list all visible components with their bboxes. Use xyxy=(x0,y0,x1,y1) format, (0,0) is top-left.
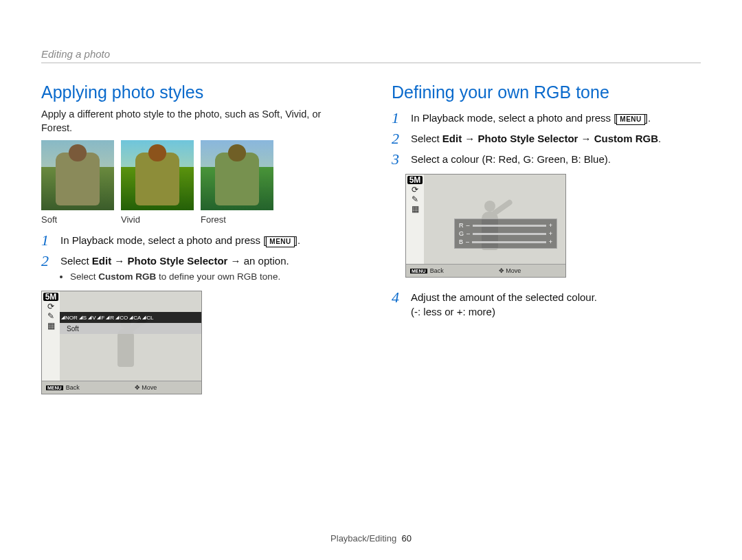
resolution-badge: 5M xyxy=(407,176,423,184)
minus-label: – xyxy=(466,238,469,245)
lcd-footer: MENUBack ✥ Move xyxy=(406,264,565,277)
intro-text: Apply a different photo style to the pho… xyxy=(41,108,350,135)
menu-button-label: MENU xyxy=(616,114,644,125)
style-chip: F xyxy=(97,315,104,321)
step-number: 2 xyxy=(41,254,52,269)
minus-label: – xyxy=(466,222,470,229)
t: Custom RGB xyxy=(594,133,658,144)
sub-bullet: Select Custom RGB to define your own RGB… xyxy=(60,271,289,284)
b-label: B xyxy=(459,238,463,245)
resolution-badge: 5M xyxy=(43,293,59,301)
style-chip: V xyxy=(88,315,95,321)
t: Adjust the amount of the selected colour… xyxy=(411,291,597,303)
plus-label: + xyxy=(549,238,552,245)
t: → an option. xyxy=(227,255,289,267)
lcd-side-icons: 5M ⟳ ✎ ▦ xyxy=(406,175,424,264)
r-label: R xyxy=(459,222,464,229)
plus-label: + xyxy=(549,222,552,229)
thumb-soft: Soft xyxy=(41,140,114,225)
style-chip: CA xyxy=(129,315,141,321)
style-chip: CL xyxy=(142,315,153,321)
minus-label: – xyxy=(466,230,470,237)
t: Edit xyxy=(92,255,111,267)
t: Select xyxy=(60,255,92,267)
style-chip: R xyxy=(106,315,114,321)
style-thumbnails: Soft Vivid Forest xyxy=(41,140,350,225)
t: ]. xyxy=(645,112,651,124)
t: Custom RGB xyxy=(98,271,156,282)
page-footer: Playback/Editing 60 xyxy=(0,533,742,544)
rgb-sliders: R–+ G–+ B–+ xyxy=(454,219,557,249)
page-number: 60 xyxy=(401,533,411,544)
step-number: 4 xyxy=(392,290,403,305)
right-steps-cont: 4 Adjust the amount of the selected colo… xyxy=(392,290,701,319)
t: to define your own RGB tone. xyxy=(156,271,280,282)
heading-rgb-tone: Defining your own RGB tone xyxy=(392,82,701,102)
thumb-label: Forest xyxy=(201,214,273,225)
menu-icon: MENU xyxy=(46,385,63,390)
right-column: Defining your own RGB tone 1 In Playback… xyxy=(392,76,701,394)
brush-icon: ✎ xyxy=(412,195,418,203)
style-chip: S xyxy=(79,315,87,321)
breadcrumb: Editing a photo xyxy=(41,0,701,63)
footer-section: Playback/Editing xyxy=(330,533,396,544)
menu-icon: MENU xyxy=(410,269,427,273)
lcd-preview-styles: 5M ⟳ ✎ ▦ NOR S V F xyxy=(41,291,202,394)
right-steps: 1 In Playback mode, select a photo and p… xyxy=(392,111,701,167)
grid-icon: ▦ xyxy=(412,205,419,213)
g-label: G xyxy=(459,230,464,237)
style-strip: NOR S V F R CO CA CL xyxy=(60,312,201,323)
grid-icon: ▦ xyxy=(47,322,55,330)
lcd-preview-rgb: 5M ⟳ ✎ ▦ R–+ G–+ B–+ xyxy=(405,174,566,278)
arrow-icon: → xyxy=(578,133,594,144)
left-steps: 1 In Playback mode, select a photo and p… xyxy=(41,233,350,284)
brush-icon: ✎ xyxy=(47,312,54,320)
t: Edit xyxy=(442,133,462,144)
thumb-vivid: Vivid xyxy=(121,140,194,225)
thumb-label: Soft xyxy=(41,214,114,225)
t: In Playback mode, select a photo and pre… xyxy=(60,234,266,246)
arrow-icon: → xyxy=(462,133,477,144)
dpad-icon: ✥ xyxy=(499,267,506,274)
slider-bar xyxy=(472,241,546,243)
slider-bar xyxy=(473,225,546,227)
move-label: Move xyxy=(506,267,521,274)
step-text: Select Edit → Photo Style Selector → an … xyxy=(60,254,289,284)
menu-button-label: MENU xyxy=(266,236,294,247)
left-column: Applying photo styles Apply a different … xyxy=(41,76,350,394)
heading-applying-styles: Applying photo styles xyxy=(41,82,350,102)
step-text: Select a colour (R: Red, G: Green, B: Bl… xyxy=(411,152,611,166)
move-label: Move xyxy=(142,384,157,391)
step-number: 2 xyxy=(392,131,403,146)
step-number: 3 xyxy=(392,152,403,167)
lcd-footer: MENUBack ✥ Move xyxy=(42,381,201,394)
slider-bar xyxy=(473,233,546,235)
back-label: Back xyxy=(66,384,80,391)
step-text: In Playback mode, select a photo and pre… xyxy=(411,111,651,125)
step-text: Select Edit → Photo Style Selector → Cus… xyxy=(411,131,661,146)
step-number: 1 xyxy=(392,111,403,126)
t: Photo Style Selector xyxy=(478,133,578,144)
step-text: Adjust the amount of the selected colour… xyxy=(411,290,597,319)
style-chip: NOR xyxy=(61,315,78,321)
back-label: Back xyxy=(430,267,444,274)
thumb-forest: Forest xyxy=(201,140,273,225)
selected-style-row: Soft xyxy=(60,323,201,334)
t: In Playback mode, select a photo and pre… xyxy=(411,112,616,124)
t: (-: less or +: more) xyxy=(411,306,495,317)
style-chip: CO xyxy=(115,315,128,321)
rotate-icon: ⟳ xyxy=(412,186,418,194)
t: ]. xyxy=(295,234,300,246)
thumb-label: Vivid xyxy=(121,214,194,225)
t: Select xyxy=(411,133,442,144)
t: Select xyxy=(70,271,98,282)
dpad-icon: ✥ xyxy=(135,384,142,391)
arrow-icon: → xyxy=(111,255,127,267)
step-text: In Playback mode, select a photo and pre… xyxy=(60,233,300,247)
t: . xyxy=(658,133,661,144)
t: Photo Style Selector xyxy=(128,255,228,267)
step-number: 1 xyxy=(41,233,52,248)
lcd-side-icons: 5M ⟳ ✎ ▦ xyxy=(42,291,60,381)
rotate-icon: ⟳ xyxy=(47,302,54,311)
plus-label: + xyxy=(549,230,552,237)
